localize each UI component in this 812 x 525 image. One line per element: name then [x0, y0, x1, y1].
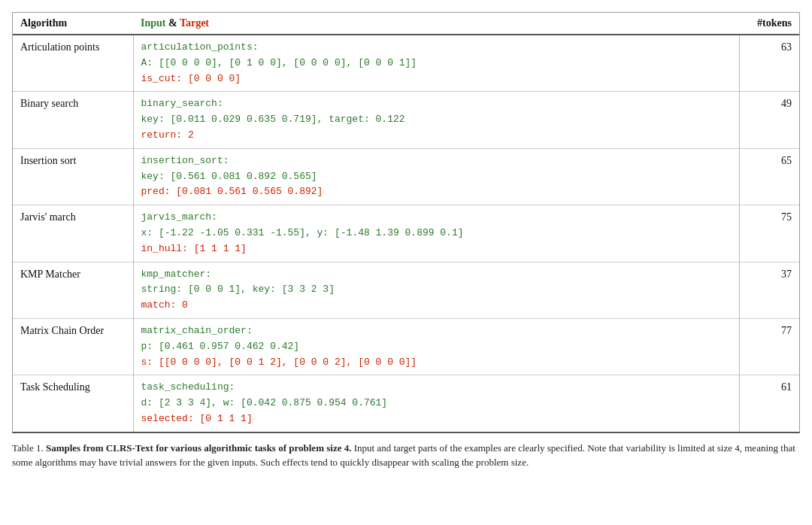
caption-table-number: Table 1. — [12, 442, 44, 454]
main-table-container: Algorithm Input & Target #tokens Articul… — [12, 12, 800, 433]
code-line-3-2: in_hull: [1 1 1 1] — [141, 243, 247, 254]
cell-code-6: task_scheduling:d: [2 3 3 4], w: [0.042 … — [133, 375, 739, 432]
header-input-label: Input — [141, 17, 165, 29]
header-input-target: Input & Target — [133, 13, 739, 35]
code-line-3-1: x: [-1.22 -1.05 0.331 -1.55], y: [-1.48 … — [141, 227, 464, 238]
header-amp: & — [165, 17, 179, 29]
cell-algorithm-6: Task Scheduling — [13, 375, 133, 432]
code-line-6-1: d: [2 3 3 4], w: [0.042 0.875 0.954 0.76… — [141, 397, 388, 408]
code-line-0-0: articulation_points: — [141, 41, 259, 53]
cell-algorithm-5: Matrix Chain Order — [13, 318, 133, 375]
cell-algorithm-4: KMP Matcher — [13, 262, 133, 318]
table-row: Task Schedulingtask_scheduling:d: [2 3 3… — [13, 375, 799, 432]
code-line-4-1: string: [0 0 0 1], key: [3 3 2 3] — [141, 284, 335, 295]
table-row: Insertion sortinsertion_sort:key: [0.561… — [13, 148, 799, 205]
header-tokens: #tokens — [739, 13, 799, 35]
code-line-2-0: insertion_sort: — [141, 155, 229, 166]
cell-algorithm-1: Binary search — [13, 92, 133, 148]
header-target-label: Target — [180, 17, 209, 29]
cell-code-4: kmp_matcher:string: [0 0 0 1], key: [3 3… — [133, 262, 739, 318]
table-body: Articulation pointsarticulation_points:A… — [13, 35, 799, 432]
code-line-5-0: matrix_chain_order: — [141, 325, 253, 336]
code-line-1-2: return: 2 — [141, 129, 194, 141]
code-line-0-1: A: [[0 0 0 0], [0 1 0 0], [0 0 0 0], [0 … — [141, 57, 417, 68]
table-row: Articulation pointsarticulation_points:A… — [13, 35, 799, 92]
header-tokens-label: #tokens — [757, 17, 792, 29]
code-line-0-2: is_cut: [0 0 0 0] — [141, 73, 241, 84]
cell-code-0: articulation_points:A: [[0 0 0 0], [0 1 … — [133, 35, 739, 92]
cell-algorithm-0: Articulation points — [13, 35, 133, 92]
cell-code-3: jarvis_march:x: [-1.22 -1.05 0.331 -1.55… — [133, 205, 739, 262]
cell-tokens-6: 61 — [739, 375, 799, 432]
code-line-1-1: key: [0.011 0.029 0.635 0.719], target: … — [141, 114, 405, 125]
code-line-4-0: kmp_matcher: — [141, 269, 212, 280]
code-line-6-2: selected: [0 1 1 1] — [141, 413, 253, 424]
code-line-6-0: task_scheduling: — [141, 381, 235, 393]
table-row: Binary searchbinary_search:key: [0.011 0… — [13, 92, 799, 148]
cell-tokens-1: 49 — [739, 92, 799, 148]
code-line-4-2: match: 0 — [141, 299, 188, 311]
cell-code-2: insertion_sort:key: [0.561 0.081 0.892 0… — [133, 148, 739, 205]
code-line-2-2: pred: [0.081 0.561 0.565 0.892] — [141, 186, 323, 197]
cell-code-1: binary_search:key: [0.011 0.029 0.635 0.… — [133, 92, 739, 148]
cell-tokens-4: 37 — [739, 262, 799, 318]
cell-algorithm-2: Insertion sort — [13, 148, 133, 205]
algorithm-table: Algorithm Input & Target #tokens Articul… — [13, 13, 799, 432]
caption-bold-text: Samples from CLRS-Text for various algor… — [46, 442, 351, 454]
header-algorithm: Algorithm — [13, 13, 133, 35]
table-row: Matrix Chain Ordermatrix_chain_order:p: … — [13, 318, 799, 375]
code-line-1-0: binary_search: — [141, 98, 223, 109]
code-line-5-1: p: [0.461 0.957 0.462 0.42] — [141, 341, 300, 352]
code-line-5-2: s: [[0 0 0 0], [0 0 1 2], [0 0 0 2], [0 … — [141, 357, 417, 368]
code-line-3-0: jarvis_march: — [141, 211, 217, 223]
code-line-2-1: key: [0.561 0.081 0.892 0.565] — [141, 171, 317, 182]
table-row: Jarvis' marchjarvis_march:x: [-1.22 -1.0… — [13, 205, 799, 262]
cell-code-5: matrix_chain_order:p: [0.461 0.957 0.462… — [133, 318, 739, 375]
table-row: KMP Matcherkmp_matcher:string: [0 0 0 1]… — [13, 262, 799, 318]
cell-tokens-0: 63 — [739, 35, 799, 92]
table-caption: Table 1. Samples from CLRS-Text for vari… — [12, 441, 800, 470]
header-algorithm-label: Algorithm — [20, 17, 67, 29]
cell-tokens-5: 77 — [739, 318, 799, 375]
cell-tokens-3: 75 — [739, 205, 799, 262]
table-header-row: Algorithm Input & Target #tokens — [13, 13, 799, 35]
cell-tokens-2: 65 — [739, 148, 799, 205]
cell-algorithm-3: Jarvis' march — [13, 205, 133, 262]
